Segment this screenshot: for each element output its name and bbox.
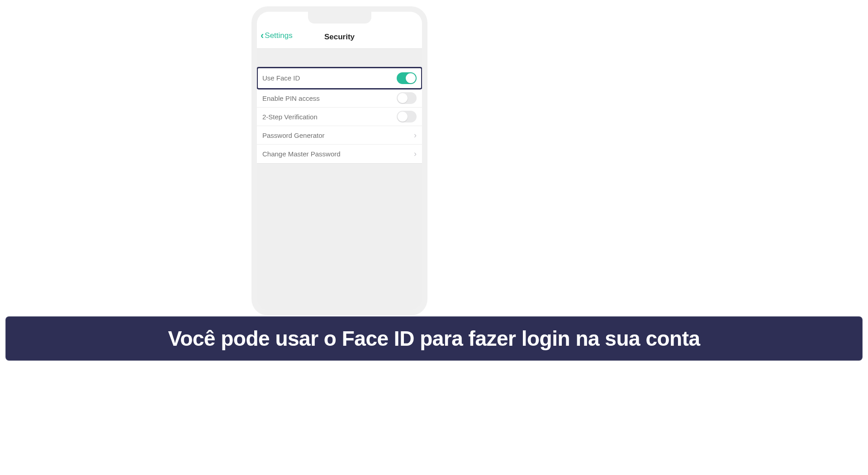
chevron-left-icon: ‹ <box>261 31 264 41</box>
caption-text: Você pode usar o Face ID para fazer logi… <box>168 327 700 350</box>
phone-screen: ‹ Settings Security Use Face IDEnable PI… <box>257 12 422 310</box>
content-gap <box>257 49 422 67</box>
row-label: Enable PIN access <box>262 94 397 102</box>
toggle-switch[interactable] <box>397 72 417 84</box>
settings-list: Use Face IDEnable PIN access2-Step Verif… <box>257 67 422 164</box>
back-label: Settings <box>265 31 292 40</box>
row-label: Use Face ID <box>262 74 397 82</box>
toggle-knob <box>406 73 416 83</box>
settings-row: Use Face ID <box>257 67 422 89</box>
toggle-switch[interactable] <box>397 92 417 104</box>
settings-row[interactable]: Change Master Password› <box>257 145 422 163</box>
toggle-knob <box>398 112 408 122</box>
toggle-switch[interactable] <box>397 111 417 122</box>
settings-row: 2-Step Verification <box>257 108 422 126</box>
page-title: Security <box>324 33 355 42</box>
phone-notch <box>308 12 371 24</box>
phone-frame: ‹ Settings Security Use Face IDEnable PI… <box>251 6 427 315</box>
row-label: Password Generator <box>262 132 414 139</box>
caption-bar: Você pode usar o Face ID para fazer logi… <box>5 316 863 361</box>
row-label: 2-Step Verification <box>262 113 397 121</box>
chevron-right-icon: › <box>414 149 417 159</box>
row-label: Change Master Password <box>262 150 414 158</box>
settings-row: Enable PIN access <box>257 89 422 108</box>
toggle-knob <box>398 93 408 103</box>
settings-row[interactable]: Password Generator› <box>257 126 422 145</box>
back-button[interactable]: ‹ Settings <box>261 31 293 41</box>
chevron-right-icon: › <box>414 131 417 140</box>
